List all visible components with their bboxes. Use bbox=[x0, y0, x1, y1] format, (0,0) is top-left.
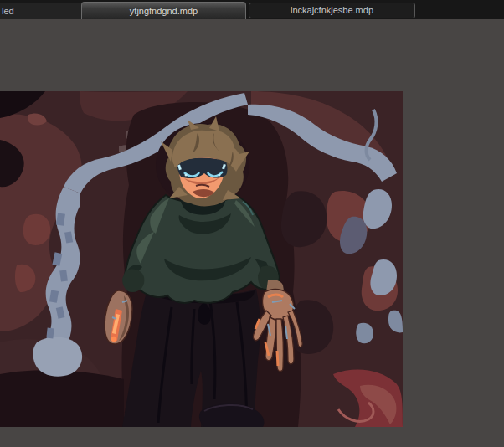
tab-label: ytjngfndgnd.mdp bbox=[130, 6, 198, 16]
tab-label: lnckajcfnkjesbe.mdp bbox=[291, 5, 373, 15]
tab-label: led bbox=[2, 6, 14, 16]
tab-lnckajcfnkjesbe[interactable]: lnckajcfnkjesbe.mdp bbox=[249, 3, 415, 18]
canvas-artwork[interactable] bbox=[0, 91, 403, 427]
figure-cuff-left bbox=[122, 269, 144, 292]
tab-ytjngfndgnd[interactable]: ytjngfndgnd.mdp bbox=[81, 2, 246, 19]
cigarette-ember bbox=[111, 337, 116, 342]
workspace-background bbox=[0, 19, 504, 447]
tab-untitled-partial[interactable]: led bbox=[0, 3, 81, 19]
figure-pants bbox=[122, 285, 264, 427]
document-tab-bar: led ytjngfndgnd.mdp lnckajcfnkjesbe.mdp bbox=[0, 0, 504, 19]
canvas-area[interactable] bbox=[0, 91, 403, 427]
